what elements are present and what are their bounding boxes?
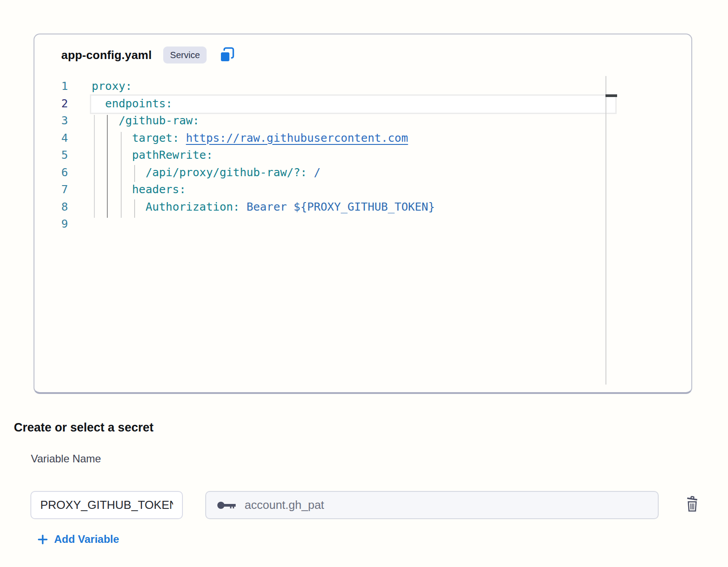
line-number: 4 [34, 130, 68, 147]
variable-name-label: Variable Name [31, 453, 101, 465]
line-number: 6 [34, 164, 68, 182]
code-line[interactable]: proxy: [92, 78, 673, 95]
code-preview-card: app-config.yaml Service 123456789 proxy:… [34, 34, 692, 394]
code-line[interactable]: pathRewrite: [92, 147, 673, 164]
variable-name-input[interactable] [30, 491, 183, 519]
secret-select[interactable]: account.gh_pat [205, 491, 659, 519]
code-line[interactable] [92, 216, 673, 233]
secret-section-heading: Create or select a secret [14, 421, 153, 435]
line-number: 8 [34, 199, 68, 216]
code-line[interactable]: /api/proxy/github-raw/?: / [92, 164, 673, 182]
add-variable-button[interactable]: Add Variable [37, 533, 119, 546]
code-line[interactable]: /github-raw: [92, 112, 673, 130]
secret-select-value: account.gh_pat [245, 498, 324, 512]
code-line[interactable]: endpoints: [92, 95, 673, 113]
yaml-editor[interactable]: 123456789 proxy: endpoints: /github-raw:… [34, 34, 691, 392]
code-link[interactable]: https://raw.githubusercontent.com [186, 131, 408, 144]
key-icon [217, 500, 237, 511]
line-number: 9 [34, 216, 68, 233]
trash-icon [684, 495, 700, 512]
line-number-gutter: 123456789 [34, 78, 68, 233]
line-number: 3 [34, 112, 68, 130]
code-line[interactable]: Authorization: Bearer ${PROXY_GITHUB_TOK… [92, 199, 673, 216]
code-content[interactable]: proxy: endpoints: /github-raw: target: h… [92, 78, 673, 233]
plus-icon [37, 533, 49, 546]
add-variable-label: Add Variable [54, 533, 119, 546]
code-line[interactable]: headers: [92, 181, 673, 199]
line-number: 2 [34, 95, 68, 113]
line-number: 5 [34, 147, 68, 164]
line-number: 1 [34, 78, 68, 95]
line-number: 7 [34, 181, 68, 199]
scrollbar-mark [605, 94, 617, 97]
code-line[interactable]: target: https://raw.githubusercontent.co… [92, 130, 673, 147]
delete-variable-button[interactable] [683, 494, 701, 513]
